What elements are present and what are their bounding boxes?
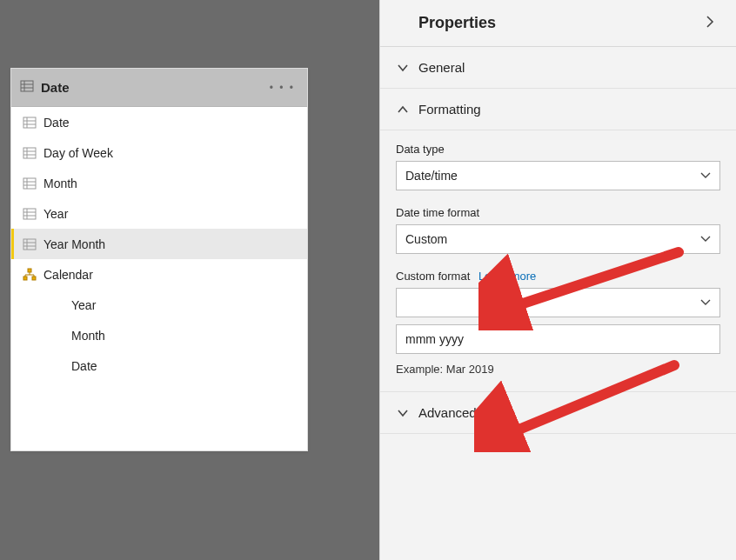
formatting-body: Data type Date/time Date time format Cus…	[380, 130, 736, 392]
custom-format-select[interactable]	[396, 288, 720, 317]
properties-pane: Properties General Formatting Data type …	[379, 0, 736, 560]
chevron-down-icon	[700, 172, 711, 179]
column-icon	[23, 207, 37, 221]
svg-rect-26	[32, 277, 36, 280]
date-time-format-group: Date time format Custom	[396, 206, 720, 254]
data-type-value: Date/time	[405, 169, 458, 183]
field-label: Year	[71, 298, 96, 312]
chevron-down-icon	[391, 409, 415, 417]
table-header[interactable]: Date • • •	[11, 69, 307, 107]
field-label: Date	[71, 359, 97, 373]
field-row[interactable]: Date	[11, 350, 307, 381]
field-label: Calendar	[43, 268, 93, 282]
chevron-down-icon	[700, 299, 711, 306]
field-row[interactable]: Year	[11, 290, 307, 320]
column-icon	[23, 116, 37, 130]
svg-rect-12	[23, 178, 36, 189]
field-row[interactable]: Calendar	[11, 259, 307, 290]
properties-title: Properties	[418, 14, 496, 32]
field-row[interactable]: Day of Week	[11, 137, 307, 168]
field-label: Month	[43, 177, 77, 190]
chevron-up-icon	[391, 105, 415, 114]
chevron-down-icon	[391, 63, 415, 72]
table-name: Date	[41, 80, 266, 95]
column-icon	[23, 237, 37, 251]
fields-blank-area	[11, 381, 307, 450]
custom-format-input[interactable]	[396, 324, 720, 354]
section-formatting-label: Formatting	[418, 102, 481, 117]
more-options-icon[interactable]: • • •	[266, 78, 298, 97]
column-icon	[23, 146, 37, 160]
data-type-label: Data type	[396, 143, 720, 156]
field-label: Date	[43, 116, 70, 130]
field-row[interactable]: Year Month	[11, 229, 307, 259]
column-icon	[23, 177, 37, 190]
properties-header: Properties	[380, 0, 736, 47]
chevron-down-icon	[700, 236, 711, 243]
svg-rect-20	[23, 239, 36, 250]
field-label: Day of Week	[43, 146, 113, 160]
section-advanced-label: Advanced	[418, 405, 477, 420]
fields-list: DateDay of WeekMonthYearYear MonthCalend…	[11, 107, 307, 381]
custom-format-group: Custom format Learn more Example: Mar 20…	[396, 270, 720, 376]
custom-format-example: Example: Mar 2019	[396, 363, 720, 376]
collapse-pane-icon[interactable]	[699, 10, 720, 36]
table-icon	[20, 79, 34, 96]
section-general-label: General	[418, 60, 465, 75]
hierarchy-icon	[23, 268, 37, 282]
svg-rect-24	[28, 269, 31, 272]
section-general[interactable]: General	[380, 47, 736, 89]
svg-rect-25	[23, 277, 27, 280]
field-row[interactable]: Date	[11, 107, 307, 137]
data-type-select[interactable]: Date/time	[396, 161, 720, 190]
section-formatting[interactable]: Formatting	[380, 89, 736, 130]
svg-rect-0	[21, 81, 33, 91]
section-advanced[interactable]: Advanced	[380, 392, 736, 434]
date-time-format-value: Custom	[405, 232, 447, 246]
field-row[interactable]: Month	[11, 320, 307, 350]
date-time-format-label: Date time format	[396, 206, 720, 219]
field-label: Year Month	[43, 237, 105, 251]
date-time-format-select[interactable]: Custom	[396, 224, 720, 254]
field-row[interactable]: Year	[11, 198, 307, 229]
svg-rect-4	[23, 117, 36, 128]
custom-format-label: Custom format Learn more	[396, 270, 720, 283]
svg-rect-16	[23, 209, 36, 219]
field-label: Year	[43, 207, 68, 221]
field-row[interactable]: Month	[11, 168, 307, 198]
learn-more-link[interactable]: Learn more	[478, 270, 536, 283]
fields-pane-background: Date • • • DateDay of WeekMonthYearYear …	[0, 0, 379, 560]
custom-format-label-text: Custom format	[396, 270, 470, 283]
data-type-group: Data type Date/time	[396, 143, 720, 190]
svg-rect-8	[23, 148, 36, 158]
field-label: Month	[71, 329, 105, 343]
fields-card: Date • • • DateDay of WeekMonthYearYear …	[10, 68, 308, 451]
